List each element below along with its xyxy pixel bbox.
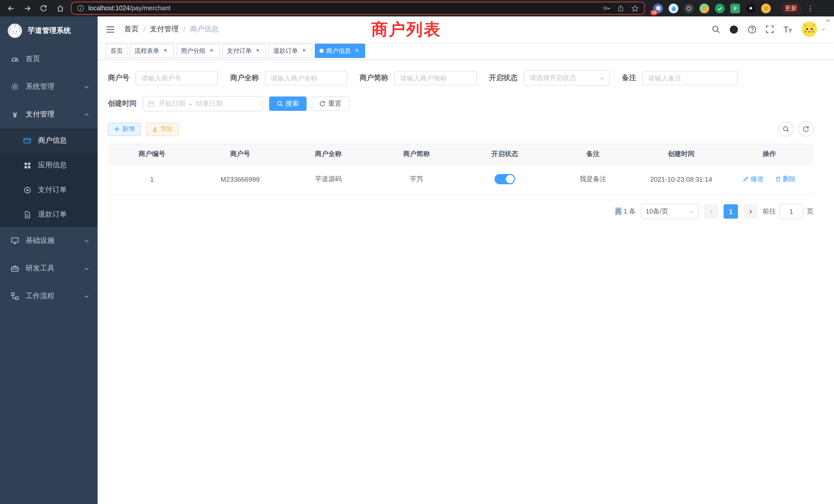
filter-status: 开启状态 请选择开启状态 [489,70,610,86]
home-button[interactable] [54,3,66,14]
profile-avatar-icon[interactable] [761,3,771,13]
status-select[interactable]: 请选择开启状态 [524,70,610,86]
pagination-total: 共 1 条 [615,207,636,216]
sidebar-item-pay-order[interactable]: 支付订单 [0,178,97,202]
refresh-icon [320,100,326,107]
close-icon[interactable]: × [208,47,215,54]
cell-short-name: 芋艿 [373,164,461,194]
breadcrumb-item-payment[interactable]: 支付管理 [150,25,179,34]
sidebar-item-system[interactable]: 系统管理 [0,73,97,100]
sidebar-item-refund-order[interactable]: 退款订单 [0,202,97,227]
breadcrumb-item-home[interactable]: 首页 [124,25,139,34]
status-label: 开启状态 [489,73,518,83]
goto-page-input[interactable] [780,204,803,219]
github-icon[interactable] [729,25,739,34]
breadcrumb: 首页 / 支付管理 / 商户信息 [124,25,219,34]
col-merchant-id: 商户编号 [108,144,196,164]
font-size-icon[interactable] [783,25,792,33]
forward-button[interactable] [22,3,33,14]
share-icon[interactable] [617,5,624,12]
page-number-1[interactable]: 1 [724,204,738,219]
sidebar-item-devtools[interactable]: 研发工具 [0,255,97,282]
sidebar-item-workflow[interactable]: 工作流程 [0,282,97,310]
filter-row-1: 商户号 商户全称 商户简称 开启状态 请选择开启状态 [108,70,813,86]
url-text[interactable]: localhost:1024/pay/merchant [88,5,171,12]
tag-label: 首页 [110,46,123,55]
address-bar[interactable]: localhost:1024/pay/merchant [71,2,645,15]
extension-icon-3[interactable] [684,3,694,13]
close-icon[interactable]: × [254,47,261,54]
page-size-select[interactable]: 10条/页 [641,204,699,219]
main-area: 首页 / 支付管理 / 商户信息 [97,17,834,504]
toggle-search-button[interactable] [778,122,793,137]
tag-label: 流程表单 [135,46,159,55]
extensions-puzzle-icon[interactable] [746,3,755,13]
refresh-table-button[interactable] [798,122,813,137]
col-merchant-no: 商户号 [196,144,285,164]
close-icon[interactable]: × [301,47,308,54]
edit-link[interactable]: 修改 [743,175,764,184]
close-icon[interactable]: × [162,47,169,54]
update-button[interactable]: 更新 [780,2,802,14]
sidebar-item-app-info[interactable]: 应用信息 [0,153,97,178]
search-button[interactable]: 搜索 [269,96,307,111]
fullscreen-icon[interactable] [766,25,774,33]
chevron-down-icon [84,266,89,271]
sidebar-logo[interactable]: 芋道管理系统 [0,17,97,45]
tag-refund-order[interactable]: 退款订单 × [269,44,312,58]
help-icon[interactable] [748,25,756,33]
date-range-picker[interactable]: 开始日期 - 结束日期 [143,96,263,111]
date-end-placeholder: 结束日期 [196,99,223,108]
user-menu[interactable] [802,22,826,37]
merchant-no-input[interactable] [136,71,218,85]
browser-caret-icon[interactable] [825,18,831,24]
tag-label: 支付订单 [227,46,251,55]
browser-toolbar: localhost:1024/pay/merchant 10 [0,0,834,17]
export-button[interactable]: 导出 [146,122,179,136]
extension-icon-1[interactable]: 10 [653,3,663,13]
pagination-goto: 前往 页 [763,204,813,219]
logo-avatar [7,23,23,39]
sidebar-item-home[interactable]: 首页 [0,45,97,73]
extension-icon-6[interactable] [730,3,740,13]
sidebar-item-label: 研发工具 [26,264,84,273]
remark-input[interactable] [642,71,738,85]
filter-remark: 备注 [622,71,738,85]
tag-merchant-info-active[interactable]: 商户信息 × [315,44,365,58]
next-page-button[interactable] [743,204,758,219]
gear-icon [10,83,20,91]
app-frame: 芋道管理系统 首页 系统管理 ¥ 支付管理 [0,17,834,504]
browser-menu-button[interactable]: ⋮ [807,4,814,12]
status-toggle[interactable] [495,174,515,184]
sidebar-item-label: 基础设施 [26,236,84,245]
sidebar-item-merchant-info[interactable]: 商户信息 [0,128,97,153]
extension-icon-4[interactable] [699,3,709,13]
tag-process-form[interactable]: 流程表单 × [130,44,174,58]
bookmark-star-icon[interactable] [631,4,639,12]
delete-link[interactable]: 删除 [775,175,796,184]
status-select-placeholder: 请选择开启状态 [529,73,576,83]
tag-user-group[interactable]: 用户分组 × [176,44,220,58]
tag-pay-order[interactable]: 支付订单 × [222,44,266,58]
add-button[interactable]: 新增 [108,122,141,136]
key-icon[interactable] [603,5,610,12]
extension-icon-2[interactable] [668,3,678,13]
prev-page-button[interactable] [704,204,719,219]
cell-remark: 我是备注 [549,164,637,194]
close-icon[interactable]: × [353,47,360,54]
caret-down-icon [599,75,605,81]
back-button[interactable] [5,3,17,14]
header-search-icon[interactable] [712,25,720,33]
tag-home[interactable]: 首页 [106,44,127,58]
reload-button[interactable] [38,3,49,14]
site-info-icon[interactable] [77,5,84,12]
merchant-short-input[interactable] [394,71,477,85]
sidebar-toggle-icon[interactable] [106,25,115,33]
merchant-name-input[interactable] [265,71,347,85]
extension-icon-5[interactable] [715,3,725,13]
col-short-name: 商户简称 [373,144,461,164]
sidebar-item-payment[interactable]: ¥ 支付管理 [0,100,97,128]
reset-button[interactable]: 重置 [312,96,349,111]
chevron-down-icon [84,238,89,244]
sidebar-item-infrastructure[interactable]: 基础设施 [0,227,97,255]
